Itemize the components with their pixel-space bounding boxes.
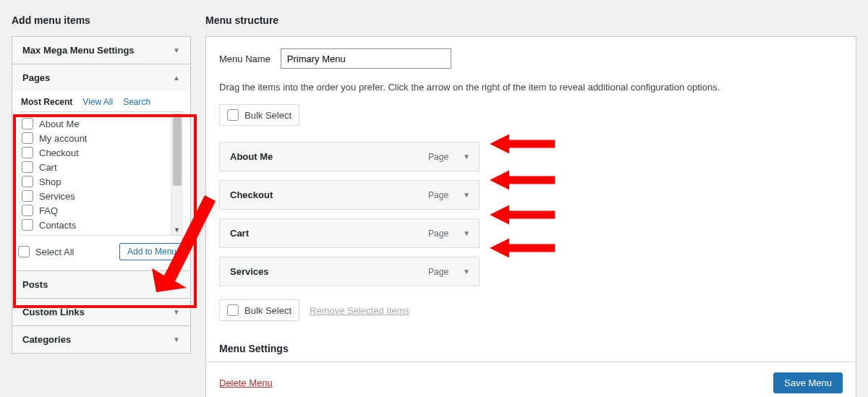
select-all-label: Select All bbox=[35, 247, 74, 257]
page-label: Contacts bbox=[39, 220, 76, 231]
scrollbar-thumb[interactable] bbox=[173, 114, 182, 186]
chevron-down-icon[interactable]: ▼ bbox=[174, 226, 180, 234]
accordion-item-posts[interactable]: Posts ▼ bbox=[12, 271, 190, 299]
chevron-down-icon: ▼ bbox=[173, 281, 180, 289]
chevron-up-icon: ▲ bbox=[173, 74, 180, 82]
page-label: Shop bbox=[39, 176, 61, 187]
page-row[interactable]: Contacts bbox=[22, 218, 178, 232]
menu-structure-heading: Menu structure bbox=[205, 14, 856, 26]
page-checkbox[interactable] bbox=[22, 161, 33, 173]
page-checkbox[interactable] bbox=[22, 147, 33, 158]
accordion-label: Posts bbox=[22, 279, 48, 290]
bulk-select-label: Bulk Select bbox=[244, 110, 292, 121]
menu-item-type: Page bbox=[428, 267, 448, 277]
chevron-down-icon: ▼ bbox=[173, 336, 180, 343]
page-label: Services bbox=[39, 191, 75, 202]
page-label: Cart bbox=[39, 162, 57, 173]
bulk-select-checkbox[interactable] bbox=[227, 109, 239, 121]
menu-item[interactable]: CheckoutPage▼ bbox=[219, 180, 480, 210]
menu-item[interactable]: CartPage▼ bbox=[219, 218, 480, 248]
menu-item[interactable]: ServicesPage▼ bbox=[219, 257, 480, 286]
accordion-label: Max Mega Menu Settings bbox=[22, 45, 135, 56]
tab-search[interactable]: Search bbox=[123, 97, 150, 107]
page-label: Checkout bbox=[39, 148, 79, 158]
menu-item-name: Services bbox=[230, 266, 269, 277]
add-to-menu-button[interactable]: Add to Menu bbox=[119, 243, 184, 260]
page-row[interactable]: Services bbox=[22, 189, 178, 203]
menu-item-name: Cart bbox=[230, 228, 249, 239]
menu-item[interactable]: About MePage▼ bbox=[219, 142, 480, 171]
menu-item-type: Page bbox=[428, 152, 448, 162]
accordion-label: Categories bbox=[22, 334, 71, 345]
page-label: FAQ bbox=[39, 205, 58, 216]
page-row[interactable]: Shop bbox=[22, 174, 178, 189]
bulk-select-checkbox[interactable] bbox=[227, 304, 239, 316]
menu-structure-panel: Menu Name Drag the items into the order … bbox=[205, 36, 856, 397]
page-row[interactable]: FAQ bbox=[22, 203, 178, 218]
pages-panel: Most Recent View All Search About MeMy a… bbox=[12, 91, 190, 270]
menu-name-label: Menu Name bbox=[219, 54, 271, 64]
chevron-down-icon[interactable]: ▼ bbox=[463, 229, 470, 237]
page-checkbox[interactable] bbox=[22, 219, 33, 231]
accordion: Max Mega Menu Settings ▼ Pages ▲ Most Re… bbox=[12, 36, 191, 354]
chevron-down-icon[interactable]: ▼ bbox=[463, 153, 470, 161]
page-checkbox[interactable] bbox=[22, 190, 33, 202]
page-row[interactable]: Cart bbox=[22, 160, 178, 174]
page-checkbox[interactable] bbox=[22, 205, 33, 216]
page-row[interactable]: Checkout bbox=[22, 145, 178, 160]
menu-settings-heading: Menu Settings bbox=[219, 343, 843, 354]
drag-hint-text: Drag the items into the order you prefer… bbox=[219, 82, 843, 93]
accordion-item-custom-links[interactable]: Custom Links ▼ bbox=[12, 299, 190, 326]
page-label: About Me bbox=[39, 119, 80, 129]
tab-most-recent[interactable]: Most Recent bbox=[21, 97, 72, 107]
bulk-select-label: Bulk Select bbox=[244, 305, 292, 316]
chevron-down-icon[interactable]: ▼ bbox=[463, 191, 470, 199]
accordion-label: Custom Links bbox=[22, 307, 85, 317]
menu-name-input[interactable] bbox=[281, 48, 451, 69]
chevron-down-icon[interactable]: ▼ bbox=[463, 268, 470, 276]
accordion-item-mega-menu[interactable]: Max Mega Menu Settings ▼ bbox=[12, 37, 190, 64]
select-all-checkbox[interactable] bbox=[18, 246, 30, 257]
page-row[interactable]: About Me bbox=[22, 116, 178, 131]
page-checkbox[interactable] bbox=[22, 176, 33, 187]
scrollbar[interactable]: ▼ bbox=[171, 112, 182, 235]
tab-view-all[interactable]: View All bbox=[82, 97, 113, 107]
accordion-item-pages[interactable]: Pages ▲ Most Recent View All Search Abou… bbox=[12, 64, 190, 271]
bulk-select-top[interactable]: Bulk Select bbox=[219, 104, 299, 126]
select-all-row[interactable]: Select All bbox=[18, 244, 74, 259]
accordion-item-categories[interactable]: Categories ▼ bbox=[12, 326, 190, 353]
add-menu-items-heading: Add menu items bbox=[12, 14, 191, 26]
menu-item-type: Page bbox=[428, 190, 448, 200]
menu-item-type: Page bbox=[428, 229, 448, 239]
accordion-label: Pages bbox=[22, 72, 50, 83]
page-label: My account bbox=[39, 133, 87, 144]
save-menu-button[interactable]: Save Menu bbox=[773, 372, 843, 393]
chevron-down-icon: ▼ bbox=[173, 46, 180, 54]
divider bbox=[206, 362, 856, 362]
menu-item-name: Checkout bbox=[230, 189, 273, 200]
delete-menu-link[interactable]: Delete Menu bbox=[219, 377, 273, 388]
chevron-down-icon: ▼ bbox=[173, 308, 180, 316]
remove-selected-link[interactable]: Remove Selected Items bbox=[310, 305, 409, 316]
bulk-select-bottom[interactable]: Bulk Select bbox=[219, 299, 299, 321]
page-row[interactable]: My account bbox=[22, 131, 178, 145]
menu-item-name: About Me bbox=[230, 151, 273, 162]
page-checkbox[interactable] bbox=[22, 118, 33, 129]
page-checkbox[interactable] bbox=[22, 132, 33, 144]
